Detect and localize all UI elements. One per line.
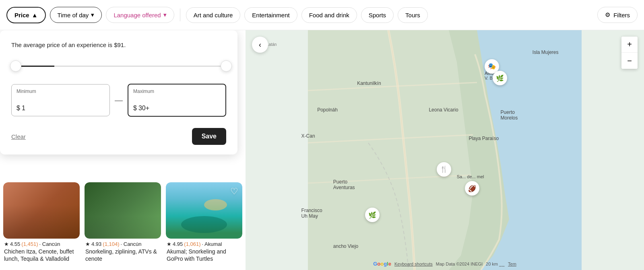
price-slider[interactable] [11,60,226,72]
filter-divider [180,8,180,21]
language-filter-button[interactable]: Language offered ▾ [106,7,174,23]
filter-bar: Price ▲ Time of day ▾ Language offered ▾… [0,0,644,30]
map-data-text: Map Data ©2024 INEGI [436,262,483,266]
map-label-leona-vicario: Leona Vicario [429,107,458,113]
price-range-dash: — [115,96,123,105]
chevron-up-icon: ▲ [32,12,38,19]
language-label: Language offered [114,12,161,19]
clear-button[interactable]: Clear [11,133,26,140]
price-dropdown-panel: The average price of an experience is $9… [0,30,237,155]
sports-filter-button[interactable]: Sports [361,7,394,23]
map-pin-nature2[interactable]: 🌿 [365,208,380,222]
map-zoom-controls: + − [621,37,638,69]
card-3-info: ★ 4.95 (1,061) · Akumal Akumal; Snorkeli… [166,239,242,262]
save-button[interactable]: Save [192,128,226,145]
max-price-group: Maximum $ 30+ [128,84,226,117]
card-3-rating-value: 4.95 [173,241,183,247]
map-label-puerto-morelos: PuertoMorelos [501,109,518,121]
card-3-title: Akumal; Snorkeling and GoPro with Turtle… [167,248,242,262]
price-inputs-row: Minimum $ 1 — Maximum $ 30+ [11,84,226,117]
wishlist-button-card-3[interactable]: ♡ [230,186,238,197]
map-scale: 20 km ⎯⎯ [486,262,505,266]
map-svg [246,30,644,270]
google-logo: Google [373,261,391,267]
map-label-francisco: FranciscoUh May [301,208,322,219]
price-actions-row: Clear Save [11,128,226,145]
min-label: Minimum [17,89,36,94]
card-2[interactable]: ★ 4.93 (1,104) · Cancún Snorkeling, zipl… [85,182,161,265]
slider-thumb-min[interactable] [10,60,21,72]
max-currency: $ [133,105,137,112]
entertainment-label: Entertainment [252,12,289,19]
art-culture-label: Art and culture [194,12,233,19]
chevron-down-icon: ▾ [91,11,94,19]
art-culture-filter-button[interactable]: Art and culture [186,7,241,23]
card-1-title: Chichen Itza, Cenote, buffet lunch, Tequ… [4,248,79,262]
all-filters-button[interactable]: ⚙ Filters [597,7,638,23]
map-label-playa-paraiso: Playa Paraíso [469,136,499,141]
tours-label: Tours [405,12,420,19]
card-1-reviews: (1,451) [21,241,38,247]
price-avg-text: The average price of an experience is $9… [11,41,226,48]
zoom-in-button[interactable]: + [621,37,638,53]
terms-text[interactable]: Tem [508,262,516,266]
map-label-puerto-aventuras: PuertoAventuras [333,179,355,190]
card-3-reviews: (1,061) [184,241,200,247]
card-2-reviews: (1,104) [103,241,119,247]
zoom-out-button[interactable]: − [621,53,638,69]
chevron-left-icon: ‹ [259,41,261,49]
main-content: The average price of an experience is $9… [0,30,644,270]
map-label-isla-mujeres: Isla Mujeres [533,49,559,55]
map-collapse-button[interactable]: ‹ [252,37,268,53]
max-price-input-wrapper[interactable]: Maximum $ 30+ [128,84,226,117]
card-3-image: ♡ [166,182,242,239]
card-2-info: ★ 4.93 (1,104) · Cancún Snorkeling, zipl… [85,239,161,262]
card-3[interactable]: ♡ ★ 4.95 (1,061) · Akumal Akumal; Snorke… [166,182,242,265]
min-price-input-wrapper[interactable]: Minimum $ 1 [11,84,110,116]
map-label-xcan: X-Can [301,133,315,139]
map-area: Isla Mujeres Ca... Kantunilkín AlfredV. … [246,30,644,270]
svg-marker-2 [308,30,473,270]
card-2-title: Snorkeling, ziplining, ATVs & cenote [85,248,160,262]
sports-label: Sports [369,12,386,19]
slider-track [11,66,226,67]
slider-thumb-max[interactable] [221,60,232,72]
filter-sliders-icon: ⚙ [605,11,610,19]
card-2-rating-value: 4.93 [91,241,101,247]
max-value: 30+ [138,105,149,112]
entertainment-filter-button[interactable]: Entertainment [244,7,297,23]
card-1-image [3,182,80,239]
food-drink-filter-button[interactable]: Food and drink [301,7,357,23]
chevron-down-icon: ▾ [163,11,167,19]
map-pin-sports[interactable]: 🏈 [465,181,479,196]
price-filter-button[interactable]: Price ▲ [6,7,46,23]
card-1-info: ★ 4.55 (1,451) · Cancún Chichen Itza, Ce… [3,239,80,262]
map-label-rancho: ancho Viejo [333,243,359,249]
card-3-rating: ★ 4.95 (1,061) · Akumal [167,241,242,247]
time-of-day-label: Time of day [58,12,89,19]
card-1-rating: ★ 4.55 (1,451) · Cancún [4,241,79,247]
card-1-rating-value: 4.55 [10,241,20,247]
tours-filter-button[interactable]: Tours [398,7,428,23]
experience-cards-row: ★ 4.55 (1,451) · Cancún Chichen Itza, Ce… [0,177,246,270]
max-label: Maximum [133,89,154,94]
map-pin-nature1[interactable]: 🌿 [493,71,507,85]
map-pin-food[interactable]: 🍴 [437,162,451,177]
keyboard-shortcuts-link[interactable]: Keyboard shortcuts [394,262,433,266]
card-2-rating: ★ 4.93 (1,104) · Cancún [85,241,160,247]
card-2-image [85,182,161,239]
time-of-day-filter-button[interactable]: Time of day ▾ [50,7,102,23]
map-label-popolnah: Popolnáh [317,107,338,113]
card-1[interactable]: ★ 4.55 (1,451) · Cancún Chichen Itza, Ce… [3,182,80,265]
min-value: 1 [22,105,25,112]
price-label: Price [14,12,29,19]
map-footer: Google Keyboard shortcuts Map Data ©2024… [373,261,516,267]
min-currency: $ [17,105,20,112]
map-label-kantunilkin: Kantunilkín [357,80,381,86]
map-label-cozumel: Sa... de... mel [457,174,484,179]
filters-label: Filters [613,12,630,19]
min-price-group: Minimum $ 1 [11,84,110,116]
listing-area: The average price of an experience is $9… [0,30,246,270]
food-drink-label: Food and drink [309,12,349,19]
